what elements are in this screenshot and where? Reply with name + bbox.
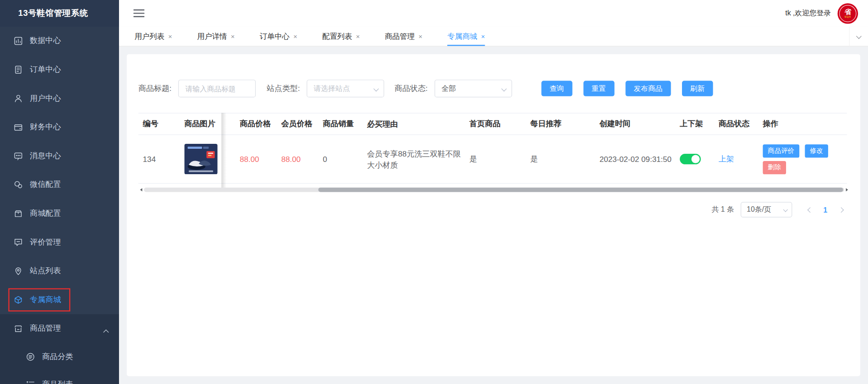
prev-page-button[interactable]	[802, 202, 817, 217]
screenshot-root: 13号鞋馆管理系统 数据中心 订单中心 用户中心 财务中心	[0, 0, 868, 384]
status-link[interactable]: 上架	[719, 154, 734, 163]
sidebar-item-order-center[interactable]: 订单中心	[0, 55, 119, 84]
tab-label: 商品管理	[385, 31, 415, 41]
sidebar-item-exclusive-mall[interactable]: 专属商城	[0, 285, 119, 314]
daily-recommend-flag: 是	[526, 154, 595, 164]
onsale-toggle[interactable]	[680, 154, 701, 164]
pagination: 共 1 条 10条/页 1	[138, 202, 849, 217]
reset-button[interactable]: 重置	[583, 81, 614, 96]
status-select[interactable]: 全部	[434, 80, 512, 97]
refresh-button[interactable]: 刷新	[682, 81, 713, 96]
tab-exclusive-mall[interactable]: 专属商城 ×	[447, 27, 485, 46]
edit-button[interactable]: 修改	[805, 144, 828, 157]
sidebar-item-label: 消息中心	[30, 151, 61, 161]
sidebar-item-finance-center[interactable]: 财务中心	[0, 113, 119, 142]
sidebar-subitem-goods-list[interactable]: 商品列表	[0, 371, 119, 384]
status-select-value: 全部	[442, 84, 456, 94]
sidebar-subitem-goods-category[interactable]: 商品分类	[0, 343, 119, 370]
wallet-icon	[14, 123, 23, 132]
sidebar-item-user-center[interactable]: 用户中心	[0, 84, 119, 113]
sidebar-item-data-center[interactable]: 数据中心	[0, 27, 119, 56]
scroll-left-button[interactable]	[138, 188, 144, 192]
content-area: 商品标题: 站点类型: 请选择站点 商品状态: 全部 查询 重置 发布商品	[119, 47, 868, 384]
tab-label: 订单中心	[260, 31, 290, 41]
storefront-icon	[14, 324, 23, 333]
sidebar-item-message-center[interactable]: 消息中心	[0, 142, 119, 171]
user-icon	[14, 94, 23, 103]
total-count: 共 1 条	[711, 205, 734, 215]
title-filter-label: 商品标题:	[138, 84, 172, 94]
chevron-down-icon	[501, 86, 506, 91]
close-icon[interactable]: ×	[481, 33, 485, 40]
chevron-down-icon	[783, 207, 788, 212]
sidebar-item-wechat-config[interactable]: 微信配置	[0, 171, 119, 199]
sidebar-item-label: 微信配置	[30, 180, 61, 190]
content-card: 商品标题: 站点类型: 请选择站点 商品状态: 全部 查询 重置 发布商品	[127, 54, 860, 376]
close-icon[interactable]: ×	[231, 33, 235, 40]
sidebar-item-goods-management[interactable]: 商品管理	[0, 314, 119, 343]
search-button[interactable]: 查询	[541, 81, 572, 96]
delete-button[interactable]: 删除	[763, 161, 786, 174]
close-icon[interactable]: ×	[293, 33, 297, 40]
column-header: 创建时间	[595, 119, 675, 129]
horizontal-scrollbar	[138, 188, 850, 192]
sidebar-item-label: 财务中心	[30, 122, 61, 132]
sidebar-subitem-label: 商品分类	[42, 352, 73, 362]
scrollbar-thumb[interactable]	[318, 188, 843, 192]
column-header: 操作	[758, 119, 847, 129]
toggle-knob	[692, 155, 700, 163]
tab-goods-management[interactable]: 商品管理 ×	[385, 27, 422, 46]
tab-label: 用户列表	[134, 31, 164, 41]
column-header: 商品图片	[180, 119, 235, 129]
column-header: 商品状态	[714, 119, 758, 129]
site-type-select[interactable]: 请选择站点	[306, 80, 384, 97]
tabs-dropdown-button[interactable]	[849, 27, 868, 46]
status-filter-label: 商品状态:	[395, 84, 428, 94]
tab-label: 专属商城	[447, 31, 477, 41]
current-page[interactable]: 1	[818, 202, 833, 217]
title-filter-input[interactable]	[178, 80, 256, 97]
column-header: 每日推荐	[526, 119, 595, 129]
tab-order-center[interactable]: 订单中心 ×	[260, 27, 297, 46]
sales-count: 0	[318, 155, 362, 164]
scroll-right-button[interactable]	[844, 188, 849, 192]
comment-icon	[14, 238, 23, 247]
products-table: 编号 商品图片 商品价格 会员价格 商品销量 必买理由 首页商品 每日推荐 创建…	[138, 113, 847, 184]
tab-label: 配置列表	[322, 31, 352, 41]
close-icon[interactable]: ×	[168, 33, 172, 40]
message-icon	[14, 152, 23, 161]
tab-user-detail[interactable]: 用户详情 ×	[197, 27, 234, 46]
publish-product-button[interactable]: 发布商品	[625, 81, 671, 96]
sidebar-item-site-list[interactable]: 站点列表	[0, 257, 119, 286]
table-row: 134	[138, 135, 847, 184]
tab-config-list[interactable]: 配置列表 ×	[322, 27, 360, 46]
close-icon[interactable]: ×	[356, 33, 360, 40]
buy-reason: 会员专享88元洗三双鞋不限大小材质	[362, 148, 465, 170]
sidebar-submenu-goods: 商品管理 商品分类 商品列表	[0, 314, 119, 384]
filter-bar: 商品标题: 站点类型: 请选择站点 商品状态: 全部 查询 重置 发布商品	[138, 54, 849, 97]
sidebar-item-label: 订单中心	[30, 65, 61, 75]
tab-user-list[interactable]: 用户列表 ×	[134, 27, 172, 46]
onsale-toggle-cell	[675, 154, 714, 164]
avatar[interactable]: 省 SQX	[838, 3, 858, 24]
close-icon[interactable]: ×	[419, 33, 423, 40]
site-filter-label: 站点类型:	[267, 84, 300, 94]
sidebar-item-label: 评价管理	[30, 237, 61, 247]
avatar-badge: 省 SQX	[839, 5, 856, 22]
column-header: 会员价格	[277, 119, 319, 129]
tab-label: 用户详情	[197, 31, 227, 41]
sidebar-item-mall-config[interactable]: 商城配置	[0, 199, 119, 228]
product-image-cell	[180, 144, 235, 174]
product-review-button[interactable]: 商品评价	[763, 144, 800, 157]
column-header: 编号	[138, 119, 180, 129]
sidebar-item-label: 数据中心	[30, 36, 61, 46]
order-icon	[14, 65, 23, 74]
sidebar-item-review-management[interactable]: 评价管理	[0, 228, 119, 257]
package-icon	[14, 209, 23, 218]
page-size-select[interactable]: 10条/页	[741, 202, 792, 217]
menu-toggle-icon[interactable]	[134, 9, 144, 17]
next-page-button[interactable]	[833, 202, 849, 217]
main-area: tk ,欢迎您登录 省 SQX 用户列表 × 用户详情 × 订单中心	[119, 0, 868, 384]
wechat-icon	[14, 180, 23, 190]
sidebar-item-label: 商品管理	[30, 324, 61, 334]
